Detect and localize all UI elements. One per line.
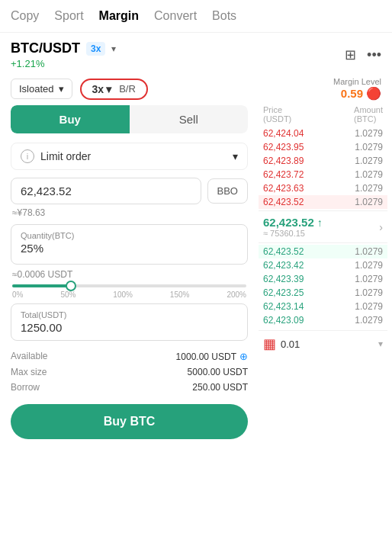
ask-amt-2: 1.0279 bbox=[355, 142, 383, 152]
ob-chevron-right-icon[interactable]: › bbox=[379, 221, 383, 233]
leverage-chevron-icon: ▾ bbox=[106, 83, 111, 95]
slider-track[interactable] bbox=[12, 284, 246, 287]
bbo-button[interactable]: BBO bbox=[207, 178, 248, 204]
nav-bots[interactable]: Bots bbox=[212, 6, 236, 26]
order-type-label: Limit order bbox=[40, 150, 91, 162]
tab-buy[interactable]: Buy bbox=[11, 105, 130, 133]
isolated-chevron-icon: ▾ bbox=[59, 83, 64, 95]
ob-ask-row-1: 62,424.04 1.0279 bbox=[259, 127, 387, 140]
total-input-box[interactable]: Total(USDT) 1250.00 bbox=[11, 303, 248, 341]
total-value: 1250.00 bbox=[21, 321, 238, 334]
margin-level-box: Margin Level 0.59 🔴 bbox=[333, 77, 381, 101]
bid-amt-6: 1.0279 bbox=[355, 315, 383, 326]
leverage-value: 3x ▾ bbox=[92, 83, 112, 95]
leverage-badge[interactable]: 3x bbox=[86, 42, 105, 56]
margin-value: 0.59 bbox=[341, 87, 363, 100]
slider-thumb[interactable] bbox=[66, 281, 76, 291]
ob-bottom: ▦ 0.01 ▾ bbox=[259, 330, 387, 357]
ob-mid-approx: ≈ 75360.15 bbox=[263, 229, 323, 238]
ask-amt-5: 1.0279 bbox=[355, 183, 383, 194]
main-layout: Buy Sell i Limit order ▾ BBO ≈¥78.63 Qua… bbox=[0, 105, 392, 447]
borrow-label: Borrow bbox=[11, 382, 40, 393]
bid-amt-3: 1.0279 bbox=[355, 274, 383, 284]
pair-name[interactable]: BTC/USDT bbox=[11, 40, 80, 56]
header: BTC/USDT 3x ▾ +1.21% ⊞ ••• bbox=[0, 33, 392, 72]
nav-sport[interactable]: Sport bbox=[54, 6, 83, 26]
header-left: BTC/USDT 3x ▾ +1.21% bbox=[11, 40, 116, 69]
bid-price-3: 62,423.39 bbox=[263, 274, 304, 284]
pair-row: BTC/USDT 3x ▾ bbox=[11, 40, 116, 56]
nav-copy[interactable]: Copy bbox=[11, 6, 39, 26]
bid-amt-1: 1.0279 bbox=[355, 246, 383, 257]
slider-fill bbox=[12, 284, 71, 287]
controls-row: Isloated ▾ 3x ▾ B/R Margin Level 0.59 🔴 bbox=[0, 72, 392, 105]
ask-price-3: 62,423.89 bbox=[263, 156, 304, 166]
nav-convert[interactable]: Convert bbox=[154, 6, 197, 26]
price-approx-yen: ≈¥78.63 bbox=[11, 207, 248, 218]
grid-icon: ▦ bbox=[263, 335, 276, 352]
order-type-row[interactable]: i Limit order ▾ bbox=[11, 143, 248, 170]
gauge-icon: 🔴 bbox=[366, 86, 381, 101]
ob-bid-row-3: 62,423.39 1.0279 bbox=[259, 272, 387, 286]
chart-icon[interactable]: ⊞ bbox=[345, 47, 356, 63]
maxsize-label: Max size bbox=[11, 367, 47, 377]
nav-margin[interactable]: Margin bbox=[99, 6, 139, 26]
available-label: Available bbox=[11, 351, 47, 362]
ob-ask-row-2: 62,423.95 1.0279 bbox=[259, 140, 387, 154]
slider-label-50: 50% bbox=[60, 290, 76, 299]
info-circle-icon: i bbox=[21, 149, 34, 163]
bid-amt-5: 1.0279 bbox=[355, 301, 383, 312]
maxsize-value: 5000.00 USDT bbox=[188, 367, 248, 377]
ob-mid-section: 62,423.52 ↑ ≈ 75360.15 › bbox=[259, 210, 387, 243]
isolated-label: Isloated bbox=[19, 83, 54, 95]
ask-price-2: 62,423.95 bbox=[263, 142, 304, 152]
left-panel: Buy Sell i Limit order ▾ BBO ≈¥78.63 Qua… bbox=[0, 105, 259, 447]
buy-sell-tabs: Buy Sell bbox=[11, 105, 248, 133]
qty-value: 25% bbox=[21, 242, 238, 255]
order-type-left: i Limit order bbox=[21, 149, 91, 163]
more-icon[interactable]: ••• bbox=[367, 47, 381, 63]
buy-btc-button[interactable]: Buy BTC bbox=[11, 404, 248, 439]
slider-label-200: 200% bbox=[227, 290, 246, 299]
price-change: +1.21% bbox=[11, 58, 116, 69]
ob-mid-arrow-icon: ↑ bbox=[317, 217, 323, 229]
bid-price-5: 62,423.14 bbox=[263, 301, 304, 312]
available-value: 1000.00 USDT ⊕ bbox=[176, 351, 248, 362]
slider-container: 0% 50% 100% 150% 200% bbox=[11, 284, 248, 299]
qty-label: Quantity(BTC) bbox=[21, 231, 238, 240]
ask-amt-4: 1.0279 bbox=[355, 169, 383, 180]
top-nav: Copy Sport Margin Convert Bots bbox=[0, 0, 392, 33]
ob-header: Price(USDT) Amount(BTC) bbox=[259, 105, 387, 127]
info-row-maxsize: Max size 5000.00 USDT bbox=[11, 364, 248, 380]
qty-input-box[interactable]: Quantity(BTC) 25% bbox=[11, 224, 248, 265]
bid-amt-2: 1.0279 bbox=[355, 260, 383, 271]
ob-amount-header: Amount(BTC) bbox=[354, 105, 383, 124]
chevron-down-icon[interactable]: ▾ bbox=[111, 43, 116, 54]
bid-amt-4: 1.0279 bbox=[355, 287, 383, 298]
info-row-available: Available 1000.00 USDT ⊕ bbox=[11, 348, 248, 364]
bid-price-2: 62,423.42 bbox=[263, 260, 304, 271]
ob-bids: 62,423.52 1.0279 62,423.42 1.0279 62,423… bbox=[259, 245, 387, 327]
tab-sell[interactable]: Sell bbox=[130, 105, 249, 133]
total-label: Total(USDT) bbox=[21, 310, 238, 319]
price-bbo-row: BBO bbox=[11, 178, 248, 204]
isolated-select[interactable]: Isloated ▾ bbox=[11, 79, 72, 99]
ob-ask-row-6: 62,423.52 1.0279 bbox=[259, 195, 387, 209]
price-input[interactable] bbox=[11, 178, 201, 204]
leverage-br-box[interactable]: 3x ▾ B/R bbox=[80, 79, 148, 100]
header-right: ⊞ ••• bbox=[345, 47, 381, 63]
qty-approx-usdt: ≈0.0006 USDT bbox=[11, 269, 248, 280]
ask-amt-6: 1.0279 bbox=[355, 197, 383, 207]
ask-amt-1: 1.0279 bbox=[355, 128, 383, 139]
info-rows: Available 1000.00 USDT ⊕ Max size 5000.0… bbox=[11, 348, 248, 395]
slider-label-0: 0% bbox=[12, 290, 23, 299]
ob-ask-row-5: 62,423.63 1.0279 bbox=[259, 181, 387, 195]
ob-bid-row-1: 62,423.52 1.0279 bbox=[259, 245, 387, 258]
bid-price-1: 62,423.52 bbox=[263, 246, 304, 257]
ob-ask-row-4: 62,423.72 1.0279 bbox=[259, 168, 387, 181]
decimal-chevron-icon[interactable]: ▾ bbox=[378, 339, 383, 349]
available-icon[interactable]: ⊕ bbox=[239, 351, 248, 362]
order-type-chevron-icon: ▾ bbox=[233, 150, 238, 162]
info-row-borrow: Borrow 250.00 USDT bbox=[11, 380, 248, 395]
ask-price-6: 62,423.52 bbox=[263, 197, 304, 207]
